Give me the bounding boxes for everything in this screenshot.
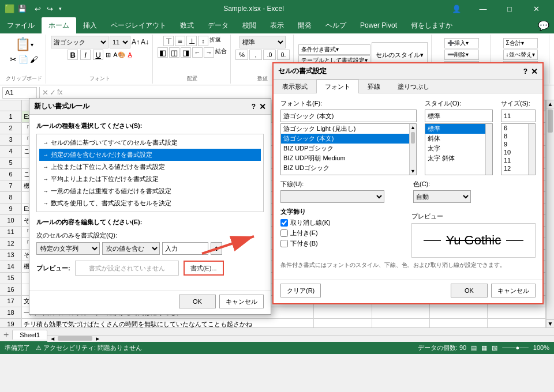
underline-select[interactable] — [280, 190, 384, 203]
paste-btn[interactable]: 📋 ▾ — [13, 36, 36, 53]
size-list-scrollbar[interactable] — [528, 124, 535, 175]
font-item-1[interactable]: 游ゴシック (本文) — [281, 134, 409, 144]
rule-item-1[interactable]: 指定の値を含むセルだけを書式設定 — [39, 149, 261, 161]
scroll-thumb-h[interactable] — [58, 336, 92, 341]
merge-center-btn[interactable]: 結合 — [215, 47, 227, 58]
condition-type-select[interactable]: 特定の文字列 — [36, 242, 100, 255]
rule-item-4[interactable]: 一意の値または重複する値だけを書式設定 — [39, 185, 261, 197]
scroll-down-btn[interactable]: ▼ — [546, 319, 554, 327]
cell-D-19[interactable] — [430, 318, 488, 327]
copy-icon[interactable]: 📄 — [18, 55, 28, 64]
new-rule-close[interactable]: ✕ — [259, 102, 266, 111]
align-left-btn[interactable]: ◧ — [158, 47, 168, 58]
italic-btn[interactable]: I — [80, 50, 91, 60]
rule-item-0[interactable]: セルの値に基づいてすべてのセルを書式設定 — [39, 137, 261, 149]
percent-btn[interactable]: % — [235, 50, 248, 60]
font-scroll-up[interactable]: ▲ — [410, 124, 416, 131]
increase-decimal-btn[interactable]: .0 — [263, 50, 276, 60]
font-ok-btn[interactable]: OK — [451, 284, 488, 297]
format-style-btn[interactable]: 書式(E)... — [184, 261, 224, 276]
style-item-1[interactable]: 斜体 — [425, 134, 485, 144]
rule-item-2[interactable]: 上位または下位に入る値だけを書式設定 — [39, 161, 261, 173]
add-sheet-btn[interactable]: + — [0, 330, 12, 340]
cancel-formula-icon[interactable]: ✕ — [42, 88, 48, 97]
format-painter-icon[interactable]: 🖌 — [30, 55, 38, 64]
tab-file[interactable]: ファイル — [0, 17, 42, 33]
conditional-format-btn[interactable]: 条件付き書式▾ — [298, 44, 370, 55]
maximize-btn[interactable]: □ — [496, 0, 523, 17]
style-item-0[interactable]: 標準 — [425, 124, 485, 134]
size-item-4[interactable]: 11 — [501, 156, 528, 164]
tab-dev[interactable]: 開発 — [291, 17, 319, 33]
tab-font[interactable]: フォント — [316, 80, 359, 93]
subscript-checkbox[interactable] — [280, 240, 288, 247]
cut-icon[interactable]: ✂ — [10, 55, 17, 64]
fill-color-btn[interactable]: A🎨 — [113, 51, 125, 59]
decrease-decimal-btn[interactable]: 0. — [277, 50, 290, 60]
tab-view[interactable]: 表示 — [263, 17, 291, 33]
style-item-3[interactable]: 太字 斜体 — [425, 153, 485, 163]
fill-btn[interactable]: ↓並べ替え▾ — [503, 50, 538, 60]
paste-dropdown-icon[interactable]: ▾ — [31, 42, 33, 48]
border-btn[interactable]: ⊞ — [106, 51, 111, 59]
align-center-btn[interactable]: ◫ — [169, 47, 179, 58]
wrap-text-btn[interactable]: 折返 — [209, 36, 221, 46]
cell-reference[interactable]: A1 — [2, 87, 37, 99]
font-item-4[interactable]: BIZ UDゴシック — [281, 163, 409, 173]
sheet-tab-1[interactable]: Sheet1 — [12, 330, 47, 340]
comma-btn[interactable]: , — [249, 50, 262, 60]
font-dialog-close[interactable]: ✕ — [531, 67, 538, 76]
cell-a-19[interactable]: チリ積も効果で気づけばたくさんの時間を無駄にしていたなんてことも起さかね — [22, 318, 314, 327]
redo-btn[interactable]: ↪ — [44, 3, 55, 14]
font-style-list[interactable]: 標準 斜体 太字 太字 斜体 — [425, 124, 485, 175]
align-middle-btn[interactable]: ≡ — [175, 36, 185, 46]
tab-fill[interactable]: 塗りつぶし — [389, 80, 438, 93]
number-format-select[interactable]: 標準 — [239, 36, 286, 48]
font-item-5[interactable]: BIZ UD明朝 Medium — [281, 173, 409, 175]
condition-op-select[interactable]: 次の値を含む — [102, 242, 160, 255]
delete-btn[interactable]: ➖削除▾ — [444, 50, 479, 60]
decrease-font-icon[interactable]: A↓ — [141, 38, 149, 46]
cell-E-18[interactable] — [488, 307, 546, 318]
underline-btn[interactable]: U — [93, 50, 103, 60]
undo-dropdown[interactable]: ▾ — [57, 5, 64, 13]
style-item-2[interactable]: 太字 — [425, 144, 485, 153]
tab-formulas[interactable]: 数式 — [173, 17, 201, 33]
confirm-formula-icon[interactable]: ✓ — [50, 88, 56, 97]
tab-page-layout[interactable]: ページレイアウト — [104, 17, 173, 33]
zoom-slider[interactable]: ───●── — [502, 344, 529, 351]
font-dialog-help[interactable]: ? — [523, 67, 527, 76]
zoom-level[interactable]: 100% — [533, 344, 549, 351]
color-select[interactable]: 自動 — [413, 190, 471, 203]
superscript-checkbox[interactable] — [280, 229, 288, 237]
size-item-3[interactable]: 10 — [501, 148, 528, 156]
align-bottom-btn[interactable]: ⊥ — [186, 36, 197, 46]
font-list-scrollbar[interactable]: ▲ ▼ — [409, 124, 416, 175]
undo-btn[interactable]: ↩ — [32, 3, 43, 14]
new-rule-cancel[interactable]: キャンセル — [219, 295, 264, 308]
rule-item-5[interactable]: 数式を使用して、書式設定するセルを決定 — [39, 197, 261, 209]
font-size-list[interactable]: 6 8 9 10 11 12 — [501, 124, 528, 175]
tab-insert[interactable]: 挿入 — [76, 17, 104, 33]
align-right-btn[interactable]: ◨ — [181, 47, 191, 58]
font-size-input[interactable] — [501, 110, 536, 122]
font-family-select[interactable]: 游ゴシック — [51, 36, 108, 48]
strikethrough-checkbox[interactable] — [280, 219, 288, 227]
cell-B-18[interactable] — [314, 307, 372, 318]
tab-number-format[interactable]: 表示形式 — [274, 80, 316, 93]
condition-value-input[interactable] — [162, 242, 208, 255]
font-style-input[interactable] — [425, 110, 493, 122]
tab-border[interactable]: 罫線 — [359, 80, 389, 93]
new-rule-ok[interactable]: OK — [179, 295, 216, 308]
size-item-1[interactable]: 8 — [501, 132, 528, 140]
close-btn[interactable]: ✕ — [523, 0, 549, 17]
insert-btn[interactable]: ➕挿入▾ — [444, 38, 479, 48]
indent-decrease-btn[interactable]: ← — [192, 47, 203, 58]
cell-D-18[interactable] — [430, 307, 488, 318]
font-name-list[interactable]: 游ゴシック Light (見出し) 游ゴシック (本文) BIZ UDPゴシック… — [281, 124, 409, 175]
scroll-left-btn[interactable]: ◄ — [47, 336, 58, 342]
tab-search[interactable]: 何をしますか — [404, 17, 459, 33]
align-top-btn[interactable]: ⊤ — [163, 36, 174, 46]
condition-scroll-btn[interactable]: ⬆ — [211, 242, 222, 255]
font-item-2[interactable]: BIZ UDPゴシック — [281, 144, 409, 153]
